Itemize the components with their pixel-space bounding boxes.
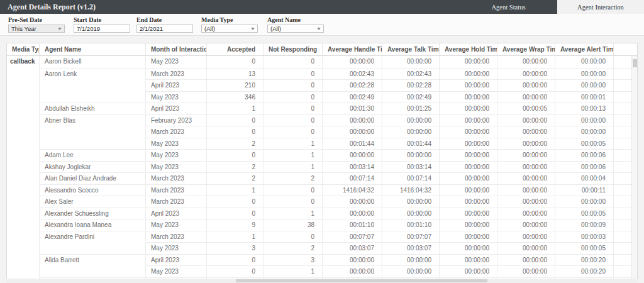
cell-avg-alert-time: 00:00:05 [555,208,614,219]
cell-avg-alert-time: 00:00:20 [555,265,614,277]
table-row: Alexandra Ioana Manea May 2023 9 38 00:0… [7,219,631,231]
filter-end-date: End Date [136,16,193,33]
cell-accepted: 0 [207,196,264,208]
cell-avg-handle-time: 00:02:43 [323,68,382,80]
agent-details-report-page: Agent Details Report (v1.2) Agent Status… [0,0,644,283]
cell-avg-talk-time: 00:00:00 [382,149,440,161]
vertical-scrollbar-thumb[interactable] [633,59,637,67]
cell-media-type [7,265,40,277]
cell-accepted: 0 [207,126,264,138]
cell-media-type [7,68,40,80]
cell-avg-alert-time: 00:00:00 [555,126,614,138]
end-date-input[interactable] [136,25,193,33]
cell-agent-name: Aaron Lenk [40,68,146,80]
table-row: Alexandre Pardini March 2023 1 0 00:07:0… [7,231,631,243]
filter-bar: Pre-Set Date This Year Start Date End Da… [0,14,644,36]
column-header-avg-talk-time[interactable]: Average Talk Time [382,43,440,55]
filter-label: End Date [136,16,193,23]
cell-avg-wrap-time: 00:00:00 [497,219,555,231]
cell-avg-alert-time: 00:00:00 [555,196,614,208]
cell-avg-hold-time: 00:00:00 [440,219,497,231]
cell-filler [614,242,631,254]
start-date-input[interactable] [74,25,130,33]
preset-date-select[interactable]: This Year [8,25,65,33]
cell-avg-alert-time: 00:00:00 [555,79,614,91]
cell-month: March 2023 [146,68,207,80]
cell-avg-wrap-time: 00:00:00 [497,265,555,277]
cell-not-responding: 0 [264,91,323,103]
cell-avg-alert-time: 00:00:05 [555,242,614,254]
cell-avg-alert-time: 00:00:03 [555,231,614,243]
cell-avg-handle-time: 00:00:00 [323,126,382,138]
cell-avg-hold-time: 00:00:00 [440,196,497,208]
preset-date-value: This Year [11,25,36,32]
cell-avg-handle-time: 00:01:10 [323,219,382,231]
agent-name-select[interactable]: (All) [267,25,324,33]
column-header-avg-alert-time[interactable]: Average Alert Time [555,43,614,55]
cell-media-type [7,149,40,161]
column-header-not-responding[interactable]: Not Responding [264,43,323,55]
table-row: Aaron Lenk March 2023 13 0 00:02:43 00:0… [7,68,631,80]
cell-avg-hold-time: 00:00:00 [440,172,497,184]
cell-agent-name [40,242,146,254]
cell-filler [614,114,631,126]
horizontal-scrollbar-thumb[interactable] [236,279,487,282]
table-row: May 2023 346 0 00:02:49 00:02:49 00:00:0… [7,91,631,103]
cell-avg-hold-time: 00:00:00 [440,126,497,138]
column-header-accepted[interactable]: Accepted [207,43,264,55]
cell-month: March 2023 [146,196,207,208]
horizontal-scrollbar[interactable] [6,279,638,283]
top-bar: Agent Details Report (v1.2) Agent Status… [0,0,644,14]
vertical-scrollbar[interactable] [631,56,637,282]
cell-avg-hold-time: 00:00:00 [440,161,497,173]
cell-not-responding: 0 [264,79,323,91]
table-row: Adam Lee May 2023 0 1 00:00:00 00:00:00 … [7,149,631,161]
cell-avg-talk-time: 00:03:07 [382,242,440,254]
cell-media-type [7,219,40,231]
column-header-agent-name[interactable]: Agent Name [40,43,146,55]
cell-avg-talk-time: 00:00:00 [382,265,440,277]
cell-agent-name [40,265,146,277]
cell-not-responding: 2 [264,242,323,254]
cell-avg-wrap-time: 00:00:00 [497,91,555,103]
cell-month: May 2023 [146,265,207,277]
filter-start-date: Start Date [74,16,130,33]
cell-filler [614,254,631,266]
column-header-media-type[interactable]: Media Type [7,43,40,55]
table-row: Alida Barrett April 2023 0 3 00:00:00 00… [7,254,631,266]
cell-month: May 2023 [146,219,207,231]
cell-filler [614,56,631,68]
cell-avg-talk-time: 00:07:07 [382,231,440,243]
filter-label: Pre-Set Date [8,16,65,23]
cell-filler [614,219,631,231]
cell-avg-wrap-time: 00:00:00 [497,161,555,173]
cell-avg-hold-time: 00:00:00 [440,254,497,266]
cell-avg-alert-time: 00:00:00 [555,56,614,68]
cell-avg-talk-time: 00:02:43 [382,68,440,80]
chevron-down-icon [317,28,321,30]
media-type-select[interactable]: (All) [201,25,258,33]
column-header-month[interactable]: Month of Interactions [146,43,207,55]
tab-agent-interaction[interactable]: Agent Interaction [557,0,644,14]
cell-agent-name: Alex Saler [40,196,146,208]
tab-agent-status[interactable]: Agent Status [460,0,557,14]
cell-avg-wrap-time: 00:00:00 [497,56,555,68]
table-row: Abdullah Elsheikh April 2023 1 0 00:01:3… [7,103,631,114]
cell-filler [614,196,631,208]
cell-avg-alert-time: 00:00:01 [555,91,614,103]
column-header-avg-hold-time[interactable]: Average Hold Time [440,43,497,55]
column-header-avg-handle-time[interactable]: Average Handle Time [323,43,382,55]
table-row: Akshay Joglekar May 2023 2 1 00:03:14 00… [7,161,631,173]
cell-not-responding: 0 [264,114,323,126]
table-row: Alessandro Scocco March 2023 1 0 1416:04… [7,184,631,196]
cell-not-responding: 2 [264,172,323,184]
cell-media-type [7,196,40,208]
cell-not-responding: 1 [264,161,323,173]
filter-media-type: Media Type (All) [201,16,258,33]
cell-media-type [7,126,40,138]
cell-month: May 2023 [146,161,207,173]
cell-avg-alert-time: 00:00:00 [555,68,614,80]
cell-media-type [7,172,40,184]
cell-media-type [7,91,40,103]
column-header-avg-wrap-time[interactable]: Average Wrap Time [497,43,555,55]
